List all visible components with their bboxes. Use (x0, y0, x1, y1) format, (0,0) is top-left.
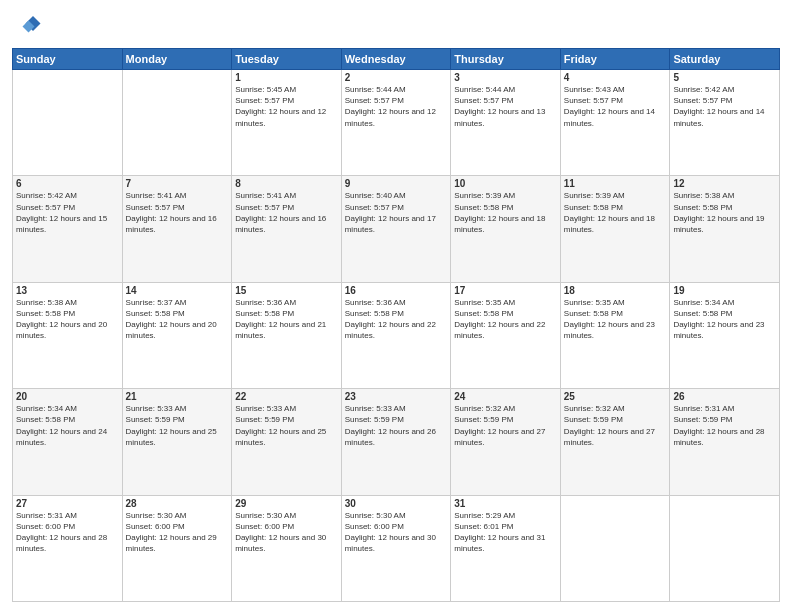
header-wednesday: Wednesday (341, 49, 451, 70)
cell-day-number: 31 (454, 498, 557, 509)
cell-sunrise: Sunrise: 5:30 AM (345, 510, 448, 521)
cell-daylight: Daylight: 12 hours and 16 minutes. (126, 213, 229, 235)
cell-daylight: Daylight: 12 hours and 24 minutes. (16, 426, 119, 448)
cell-daylight: Daylight: 12 hours and 18 minutes. (564, 213, 667, 235)
cell-sunrise: Sunrise: 5:35 AM (564, 297, 667, 308)
calendar-cell: 26 Sunrise: 5:31 AM Sunset: 5:59 PM Dayl… (670, 389, 780, 495)
cell-sunrise: Sunrise: 5:42 AM (16, 190, 119, 201)
cell-sunrise: Sunrise: 5:43 AM (564, 84, 667, 95)
cell-sunset: Sunset: 5:57 PM (454, 95, 557, 106)
header-tuesday: Tuesday (232, 49, 342, 70)
cell-day-number: 5 (673, 72, 776, 83)
header-monday: Monday (122, 49, 232, 70)
cell-sunset: Sunset: 5:57 PM (126, 202, 229, 213)
cell-sunrise: Sunrise: 5:33 AM (235, 403, 338, 414)
calendar-cell (560, 495, 670, 601)
cell-sunset: Sunset: 5:58 PM (454, 308, 557, 319)
cell-day-number: 30 (345, 498, 448, 509)
header-saturday: Saturday (670, 49, 780, 70)
cell-daylight: Daylight: 12 hours and 27 minutes. (564, 426, 667, 448)
cell-day-number: 3 (454, 72, 557, 83)
cell-day-number: 21 (126, 391, 229, 402)
page: Sunday Monday Tuesday Wednesday Thursday… (0, 0, 792, 612)
cell-sunset: Sunset: 6:00 PM (126, 521, 229, 532)
calendar-cell: 17 Sunrise: 5:35 AM Sunset: 5:58 PM Dayl… (451, 282, 561, 388)
calendar-cell: 29 Sunrise: 5:30 AM Sunset: 6:00 PM Dayl… (232, 495, 342, 601)
cell-daylight: Daylight: 12 hours and 22 minutes. (345, 319, 448, 341)
cell-day-number: 24 (454, 391, 557, 402)
calendar-cell: 15 Sunrise: 5:36 AM Sunset: 5:58 PM Dayl… (232, 282, 342, 388)
calendar-header: Sunday Monday Tuesday Wednesday Thursday… (13, 49, 780, 70)
cell-daylight: Daylight: 12 hours and 18 minutes. (454, 213, 557, 235)
cell-sunset: Sunset: 5:57 PM (564, 95, 667, 106)
cell-sunrise: Sunrise: 5:36 AM (345, 297, 448, 308)
cell-sunset: Sunset: 5:58 PM (673, 308, 776, 319)
cell-sunset: Sunset: 5:58 PM (564, 308, 667, 319)
cell-sunrise: Sunrise: 5:32 AM (564, 403, 667, 414)
cell-day-number: 26 (673, 391, 776, 402)
cell-sunset: Sunset: 5:58 PM (235, 308, 338, 319)
calendar-cell (13, 70, 123, 176)
cell-daylight: Daylight: 12 hours and 28 minutes. (673, 426, 776, 448)
cell-sunset: Sunset: 5:59 PM (345, 414, 448, 425)
logo (12, 10, 46, 40)
cell-sunset: Sunset: 5:58 PM (673, 202, 776, 213)
header (12, 10, 780, 40)
cell-day-number: 22 (235, 391, 338, 402)
cell-sunset: Sunset: 6:00 PM (235, 521, 338, 532)
calendar-cell: 31 Sunrise: 5:29 AM Sunset: 6:01 PM Dayl… (451, 495, 561, 601)
calendar-cell (122, 70, 232, 176)
cell-daylight: Daylight: 12 hours and 14 minutes. (564, 106, 667, 128)
cell-sunset: Sunset: 5:57 PM (345, 202, 448, 213)
cell-sunrise: Sunrise: 5:34 AM (673, 297, 776, 308)
calendar-cell: 7 Sunrise: 5:41 AM Sunset: 5:57 PM Dayli… (122, 176, 232, 282)
cell-sunset: Sunset: 5:57 PM (673, 95, 776, 106)
cell-sunrise: Sunrise: 5:39 AM (454, 190, 557, 201)
cell-day-number: 29 (235, 498, 338, 509)
calendar-cell: 10 Sunrise: 5:39 AM Sunset: 5:58 PM Dayl… (451, 176, 561, 282)
cell-day-number: 27 (16, 498, 119, 509)
cell-daylight: Daylight: 12 hours and 31 minutes. (454, 532, 557, 554)
cell-sunset: Sunset: 5:58 PM (126, 308, 229, 319)
cell-day-number: 11 (564, 178, 667, 189)
cell-sunrise: Sunrise: 5:33 AM (345, 403, 448, 414)
cell-daylight: Daylight: 12 hours and 12 minutes. (345, 106, 448, 128)
week-row-0: 1 Sunrise: 5:45 AM Sunset: 5:57 PM Dayli… (13, 70, 780, 176)
calendar-body: 1 Sunrise: 5:45 AM Sunset: 5:57 PM Dayli… (13, 70, 780, 602)
calendar-cell: 18 Sunrise: 5:35 AM Sunset: 5:58 PM Dayl… (560, 282, 670, 388)
cell-sunrise: Sunrise: 5:37 AM (126, 297, 229, 308)
calendar-cell: 19 Sunrise: 5:34 AM Sunset: 5:58 PM Dayl… (670, 282, 780, 388)
cell-daylight: Daylight: 12 hours and 28 minutes. (16, 532, 119, 554)
cell-day-number: 28 (126, 498, 229, 509)
calendar-cell: 8 Sunrise: 5:41 AM Sunset: 5:57 PM Dayli… (232, 176, 342, 282)
calendar-cell: 3 Sunrise: 5:44 AM Sunset: 5:57 PM Dayli… (451, 70, 561, 176)
header-sunday: Sunday (13, 49, 123, 70)
cell-sunrise: Sunrise: 5:44 AM (345, 84, 448, 95)
cell-sunset: Sunset: 5:57 PM (345, 95, 448, 106)
cell-sunset: Sunset: 5:57 PM (235, 95, 338, 106)
cell-day-number: 20 (16, 391, 119, 402)
cell-sunrise: Sunrise: 5:45 AM (235, 84, 338, 95)
cell-day-number: 14 (126, 285, 229, 296)
cell-day-number: 16 (345, 285, 448, 296)
cell-sunset: Sunset: 5:59 PM (126, 414, 229, 425)
cell-daylight: Daylight: 12 hours and 14 minutes. (673, 106, 776, 128)
calendar-cell: 16 Sunrise: 5:36 AM Sunset: 5:58 PM Dayl… (341, 282, 451, 388)
week-row-1: 6 Sunrise: 5:42 AM Sunset: 5:57 PM Dayli… (13, 176, 780, 282)
cell-sunrise: Sunrise: 5:29 AM (454, 510, 557, 521)
calendar-cell (670, 495, 780, 601)
cell-day-number: 23 (345, 391, 448, 402)
cell-sunset: Sunset: 5:59 PM (454, 414, 557, 425)
cell-day-number: 2 (345, 72, 448, 83)
calendar-cell: 20 Sunrise: 5:34 AM Sunset: 5:58 PM Dayl… (13, 389, 123, 495)
calendar-cell: 22 Sunrise: 5:33 AM Sunset: 5:59 PM Dayl… (232, 389, 342, 495)
calendar-cell: 25 Sunrise: 5:32 AM Sunset: 5:59 PM Dayl… (560, 389, 670, 495)
cell-sunrise: Sunrise: 5:34 AM (16, 403, 119, 414)
cell-daylight: Daylight: 12 hours and 19 minutes. (673, 213, 776, 235)
cell-sunrise: Sunrise: 5:41 AM (126, 190, 229, 201)
cell-sunset: Sunset: 5:58 PM (345, 308, 448, 319)
cell-sunrise: Sunrise: 5:31 AM (16, 510, 119, 521)
cell-sunset: Sunset: 5:59 PM (673, 414, 776, 425)
header-row: Sunday Monday Tuesday Wednesday Thursday… (13, 49, 780, 70)
cell-day-number: 12 (673, 178, 776, 189)
